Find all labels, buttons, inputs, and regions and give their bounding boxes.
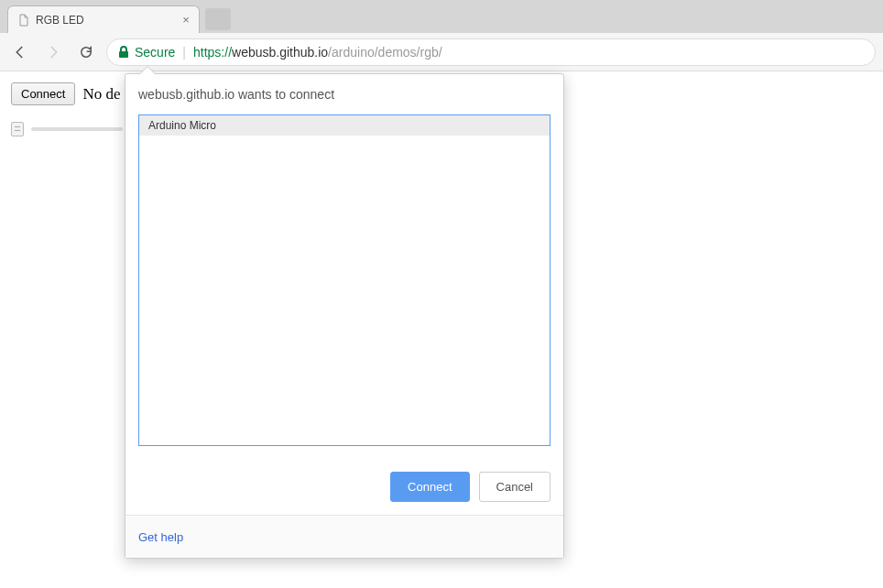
browser-tab[interactable]: RGB LED × bbox=[7, 5, 200, 33]
tab-title: RGB LED bbox=[36, 14, 84, 27]
tab-bar: RGB LED × bbox=[0, 0, 883, 33]
secure-label: Secure bbox=[135, 45, 175, 60]
secure-badge[interactable]: Secure bbox=[118, 45, 175, 60]
new-tab-button[interactable] bbox=[205, 8, 231, 30]
url-scheme: https bbox=[193, 45, 221, 60]
browser-toolbar: Secure | https://webusb.github.io/arduin… bbox=[0, 33, 883, 71]
address-bar[interactable]: Secure | https://webusb.github.io/arduin… bbox=[106, 38, 876, 66]
page-connect-button[interactable]: Connect bbox=[11, 82, 75, 105]
forward-button bbox=[40, 39, 66, 65]
url-separator: | bbox=[182, 45, 186, 60]
dialog-connect-button[interactable]: Connect bbox=[390, 472, 469, 502]
device-list-item[interactable]: Arduino Micro bbox=[139, 115, 550, 136]
lock-icon bbox=[118, 46, 129, 59]
svg-rect-0 bbox=[119, 51, 128, 58]
reload-button[interactable] bbox=[73, 39, 99, 65]
page-status-text: No de bbox=[82, 85, 120, 103]
page-icon bbox=[17, 14, 30, 27]
device-list[interactable]: Arduino Micro bbox=[138, 114, 551, 446]
dialog-title: webusb.github.io wants to connect bbox=[138, 87, 551, 102]
close-tab-icon[interactable]: × bbox=[180, 15, 191, 26]
slider-icon bbox=[11, 122, 24, 136]
dialog-cancel-button[interactable]: Cancel bbox=[479, 472, 551, 502]
webusb-chooser-dialog: webusb.github.io wants to connect Arduin… bbox=[125, 73, 564, 559]
url-host: webusb.github.io bbox=[232, 45, 328, 60]
url-path: /arduino/demos/rgb/ bbox=[328, 45, 442, 60]
back-button[interactable] bbox=[7, 39, 33, 65]
get-help-link[interactable]: Get help bbox=[138, 530, 183, 544]
url-text: https://webusb.github.io/arduino/demos/r… bbox=[193, 45, 442, 60]
slider-input[interactable] bbox=[31, 127, 123, 131]
